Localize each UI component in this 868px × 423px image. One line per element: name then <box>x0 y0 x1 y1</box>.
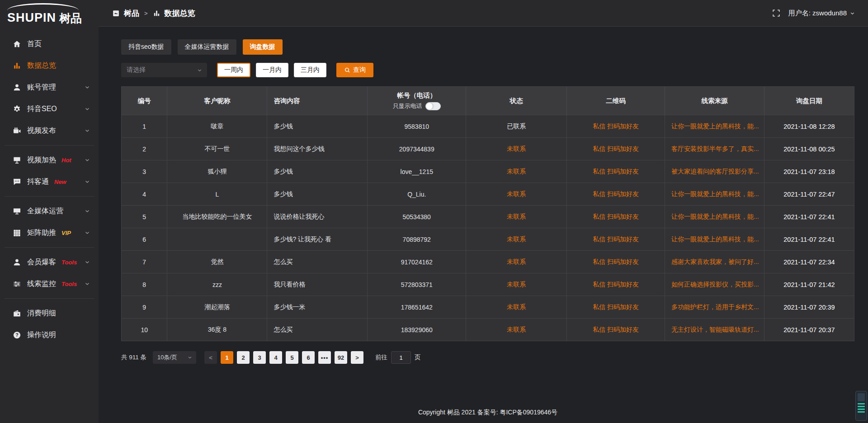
sidebar-item-clue-monitor[interactable]: 线索监控 Tools <box>0 273 99 295</box>
cell-qrcode-link[interactable]: 私信 扫码加好友 <box>567 160 665 183</box>
sidebar-item-operation-guide[interactable]: ? 操作说明 <box>0 324 99 346</box>
sidebar-item-doukeotng[interactable]: 抖客通 New <box>0 171 99 193</box>
table-row: 2 不可一世 我想问这个多少钱 2097344839 未联系 私信 扫码加好友 … <box>122 137 854 160</box>
cell-account: 183929060 <box>368 319 466 341</box>
page-button[interactable]: 5 <box>286 351 298 364</box>
wallet-icon <box>13 309 21 318</box>
cell-qrcode-link[interactable]: 私信 扫码加好友 <box>567 138 665 160</box>
page-button[interactable]: 3 <box>253 351 266 364</box>
menu-divider <box>5 196 94 197</box>
menu-divider <box>5 145 94 146</box>
content-area: 抖音seo数据全媒体运营数据询盘数据 请选择 一周内一月内三月内 查询 编号 客… <box>99 27 868 423</box>
goto-page-input[interactable] <box>391 351 411 364</box>
page-button[interactable]: 6 <box>302 351 315 364</box>
next-page-button[interactable]: > <box>351 351 363 364</box>
cell-nickname: zzz <box>167 273 267 296</box>
cell-qrcode-link[interactable]: 私信 扫码加好友 <box>567 206 665 228</box>
sidebar-item-douyin-seo[interactable]: 抖音SEO <box>0 98 99 120</box>
bar-chart-icon <box>13 61 21 70</box>
cell-source-link[interactable]: 让你一眼就爱上的黑科技，能... <box>665 228 764 250</box>
app-logo[interactable]: SHUPIN 树品 <box>0 0 99 27</box>
sidebar-item-badge: Tools <box>61 259 77 266</box>
cell-source-link[interactable]: 如何正确选择投影仪，买投影... <box>665 273 764 296</box>
search-button[interactable]: 查询 <box>336 63 373 77</box>
sidebar-item-data-overview[interactable]: 数据总览 <box>0 55 99 76</box>
cell-source-link[interactable]: 感谢大家喜欢我家，被问了好... <box>665 251 764 273</box>
floating-widget[interactable] <box>855 391 867 421</box>
cell-qrcode-link[interactable]: 私信 扫码加好友 <box>567 115 665 137</box>
breadcrumb-root[interactable]: 树品 <box>124 8 139 19</box>
page-buttons: 123456•••92 <box>221 351 351 364</box>
sidebar-menu: 首页 数据总览 账号管理 抖音SEO 视频发布 视频加热 Hot <box>0 33 99 346</box>
prev-page-button[interactable]: < <box>204 351 217 364</box>
cell-content: 我只看价格 <box>267 273 368 296</box>
cell-qrcode-link[interactable]: 私信 扫码加好友 <box>567 251 665 273</box>
chevron-down-icon <box>84 281 90 287</box>
user-dropdown[interactable]: 用户名: zswodun88 <box>788 9 855 18</box>
table-row: 4 L 多少钱 Q_Liu. 未联系 私信 扫码加好友 让你一眼就爱上的黑科技，… <box>122 183 854 205</box>
phone-only-toggle[interactable] <box>425 102 441 110</box>
cell-date: 2021-11-08 00:25 <box>764 138 854 160</box>
cell-qrcode-link[interactable]: 私信 扫码加好友 <box>567 183 665 205</box>
cell-qrcode-link[interactable]: 私信 扫码加好友 <box>567 296 665 318</box>
cell-id: 6 <box>122 228 167 250</box>
cell-status: 未联系 <box>466 273 567 296</box>
cell-qrcode-link[interactable]: 私信 扫码加好友 <box>567 228 665 250</box>
cell-qrcode-link[interactable]: 私信 扫码加好友 <box>567 273 665 296</box>
fullscreen-icon[interactable] <box>772 9 780 17</box>
cell-source-link[interactable]: 无主灯设计，智能磁吸轨道灯... <box>665 319 764 341</box>
period-button[interactable]: 三月内 <box>294 63 326 77</box>
cell-date: 2021-11-07 22:34 <box>764 251 854 273</box>
cell-status: 已联系 <box>466 115 567 137</box>
account-select[interactable]: 请选择 <box>121 63 207 77</box>
cell-source-link[interactable]: 让你一眼就爱上的黑科技，能... <box>665 206 764 228</box>
cell-source-link[interactable]: 让你一眼就爱上的黑科技，能... <box>665 183 764 205</box>
page-button[interactable]: 2 <box>237 351 250 364</box>
sidebar-item-all-media-ops[interactable]: 全媒体运营 <box>0 200 99 222</box>
page-size-select[interactable]: 10条/页 <box>153 351 196 364</box>
cell-nickname: 当地比较能吃的一位美女 <box>167 206 267 228</box>
table-row: 6 多少钱? 让我死心 看 70898792 未联系 私信 扫码加好友 让你一眼… <box>122 228 854 250</box>
cell-nickname: L <box>167 183 267 205</box>
sidebar: SHUPIN 树品 首页 数据总览 账号管理 抖音SEO 视频发布 <box>0 0 99 423</box>
col-header-source: 线索来源 <box>665 87 764 115</box>
sidebar-item-matrix-boost[interactable]: 矩阵助推 VIP <box>0 222 99 244</box>
sidebar-item-home[interactable]: 首页 <box>0 33 99 55</box>
panel-icon <box>112 9 120 17</box>
select-placeholder: 请选择 <box>127 66 146 74</box>
logo-text-cn: 树品 <box>59 13 82 24</box>
monitor-icon <box>13 207 21 216</box>
cell-id: 3 <box>122 160 167 183</box>
cell-qrcode-link[interactable]: 私信 扫码加好友 <box>567 319 665 341</box>
cell-account: 178651642 <box>368 296 466 318</box>
sidebar-item-label: 消费明细 <box>27 309 56 318</box>
tab-0[interactable]: 抖音seo数据 <box>121 39 171 55</box>
sidebar-item-member-baoke[interactable]: 会员爆客 Tools <box>0 251 99 273</box>
sidebar-item-badge: New <box>54 179 66 185</box>
cell-source-link[interactable]: 被大家追着问的客厅投影分享... <box>665 160 764 183</box>
tab-1[interactable]: 全媒体运营数据 <box>178 39 236 55</box>
col-header-id: 编号 <box>122 87 167 115</box>
cell-date: 2021-11-08 12:28 <box>764 115 854 137</box>
sidebar-item-video-publish[interactable]: 视频发布 <box>0 120 99 141</box>
cell-source-link[interactable]: 客厅安装投影半年多了，真实... <box>665 138 764 160</box>
cell-source-link[interactable]: 多功能护栏灯，适用于乡村文... <box>665 296 764 318</box>
table-row: 8 zzz 我只看价格 572803371 未联系 私信 扫码加好友 如何正确选… <box>122 273 854 296</box>
cell-status: 未联系 <box>466 183 567 205</box>
table-header-row: 编号 客户昵称 咨询内容 帐号（电话） 只显示电话 状态 二维码 线索来源 询盘… <box>122 87 854 115</box>
sidebar-item-account-manage[interactable]: 账号管理 <box>0 76 99 98</box>
more-pages-button[interactable]: ••• <box>318 351 331 364</box>
cell-content: 多少钱一米 <box>267 296 368 318</box>
sidebar-item-consumption-detail[interactable]: 消费明细 <box>0 302 99 324</box>
cell-source-link[interactable]: 让你一眼就爱上的黑科技，能... <box>665 115 764 137</box>
cell-nickname: 啵章 <box>167 115 267 137</box>
page-button[interactable]: 4 <box>269 351 282 364</box>
sidebar-item-video-heating[interactable]: 视频加热 Hot <box>0 149 99 171</box>
page-button[interactable]: 1 <box>221 351 233 364</box>
tab-2[interactable]: 询盘数据 <box>243 39 283 55</box>
page-button[interactable]: 92 <box>335 351 347 364</box>
period-button[interactable]: 一周内 <box>217 63 250 77</box>
period-button[interactable]: 一月内 <box>256 63 288 77</box>
cell-nickname: 狐小狸 <box>167 160 267 183</box>
chevron-down-icon <box>197 67 203 73</box>
